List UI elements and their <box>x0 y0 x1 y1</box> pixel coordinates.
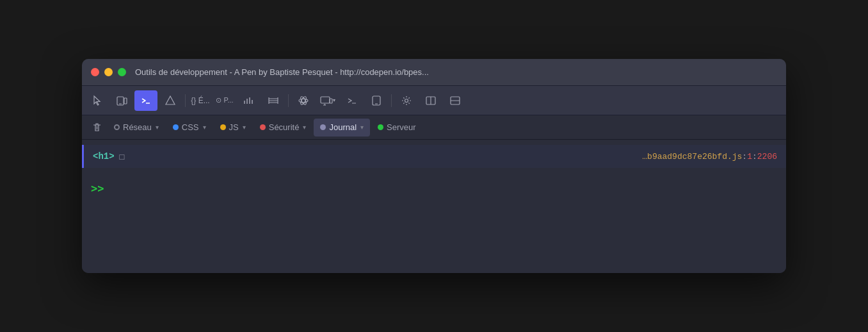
securite-dot <box>260 124 266 130</box>
prompt-symbol: >> <box>91 182 104 195</box>
traffic-lights <box>91 68 126 76</box>
react-tool-button[interactable] <box>292 90 315 111</box>
console2-tool-button[interactable] <box>341 90 364 111</box>
svg-rect-18 <box>330 99 332 103</box>
svg-rect-17 <box>321 97 330 103</box>
cursor-tool-button[interactable] <box>86 90 109 111</box>
svg-rect-23 <box>426 97 435 104</box>
device-tool-button[interactable] <box>110 90 133 111</box>
network-tool-button[interactable] <box>237 90 261 111</box>
separator-1 <box>185 94 186 107</box>
separator-3 <box>391 94 392 107</box>
serveur-label: Serveur <box>387 122 416 132</box>
window-title: Outils de développement - A Pen by Bapti… <box>135 67 429 77</box>
col-separator: : <box>752 152 757 162</box>
console-file-info[interactable]: …b9aad9dc87e26bfd.js:1:2206 <box>642 152 777 162</box>
file-name: …b9aad9dc87e26bfd.js <box>642 152 742 162</box>
settings-tool-button[interactable] <box>395 90 418 111</box>
console-area: <h1> □ …b9aad9dc87e26bfd.js:1:2206 >> <box>82 145 786 273</box>
devtools-window: Outils de développement - A Pen by Bapti… <box>82 59 786 273</box>
tab-serveur[interactable]: Serveur <box>371 119 422 137</box>
journal-label: Journal <box>329 122 357 132</box>
tab-reseau[interactable]: Réseau ▾ <box>108 119 165 137</box>
svg-point-16 <box>300 95 307 105</box>
journal-arrow: ▾ <box>360 124 364 131</box>
svg-rect-0 <box>117 97 124 105</box>
perf-tool-button[interactable]: ⊙ P... <box>213 90 236 111</box>
layout-tool-button[interactable] <box>262 90 285 111</box>
maximize-button[interactable] <box>118 68 126 76</box>
tab-journal[interactable]: Journal ▾ <box>314 119 370 137</box>
svg-rect-1 <box>124 98 127 104</box>
securite-label: Sécurité <box>269 122 300 132</box>
minimize-button[interactable] <box>104 68 113 76</box>
reseau-dot <box>114 124 120 130</box>
toolbar: {} É... ⊙ P... <box>82 86 786 115</box>
css-label: CSS <box>182 122 199 132</box>
device2-tool-button[interactable] <box>365 90 388 111</box>
js-dot <box>220 124 226 130</box>
css-arrow: ▾ <box>203 124 206 131</box>
tab-js[interactable]: JS ▾ <box>214 119 252 137</box>
tab-css[interactable]: CSS ▾ <box>166 119 213 137</box>
close-button[interactable] <box>91 68 99 76</box>
tab-securite[interactable]: Sécurité ▾ <box>253 119 313 137</box>
svg-point-22 <box>405 99 408 102</box>
tabsbar: Réseau ▾ CSS ▾ JS ▾ Sécurité ▾ Journal ▾ <box>82 115 786 140</box>
js-arrow: ▾ <box>243 124 246 131</box>
reseau-label: Réseau <box>123 122 152 132</box>
reseau-arrow: ▾ <box>156 124 159 131</box>
securite-arrow: ▾ <box>303 124 306 131</box>
responsive-tool-button[interactable]: ▾ <box>316 90 339 111</box>
svg-rect-20 <box>373 96 380 105</box>
svg-point-13 <box>301 99 305 103</box>
serveur-dot <box>378 124 383 130</box>
file-line: 1 <box>747 152 752 162</box>
svg-rect-25 <box>451 97 460 104</box>
svg-point-15 <box>300 95 307 105</box>
titlebar: Outils de développement - A Pen by Bapti… <box>82 59 786 86</box>
file-col: 2206 <box>757 152 777 162</box>
console-tool-button[interactable] <box>134 90 157 111</box>
clear-console-button[interactable] <box>87 119 106 137</box>
svg-point-14 <box>299 99 308 103</box>
separator-2 <box>288 94 289 107</box>
journal-dot <box>320 124 326 130</box>
element-icon: □ <box>120 152 125 162</box>
console-log-entry: <h1> □ …b9aad9dc87e26bfd.js:1:2206 <box>82 145 786 168</box>
shape-tool-button[interactable] <box>159 90 182 111</box>
split1-tool-button[interactable] <box>419 90 442 111</box>
console-prompt[interactable]: >> <box>82 173 786 204</box>
code-tool-button[interactable]: {} É... <box>189 90 212 111</box>
file-separator: : <box>742 152 747 162</box>
js-label: JS <box>229 122 239 132</box>
split2-tool-button[interactable] <box>444 90 467 111</box>
html-tag: <h1> <box>93 151 115 162</box>
css-dot <box>173 124 179 130</box>
